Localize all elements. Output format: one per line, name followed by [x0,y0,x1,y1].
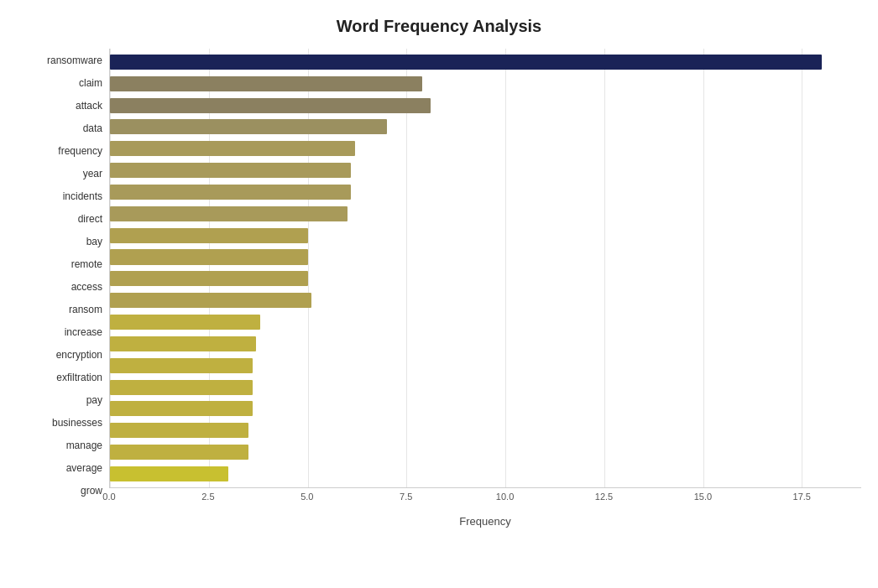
bar [110,380,253,395]
bar-row [110,181,861,203]
bar-row [110,268,861,289]
bar-row [110,51,861,73]
bar [110,466,228,481]
y-label: encryption [17,350,109,360]
y-label: frequency [17,146,109,156]
y-label: year [17,169,109,179]
bar [110,249,308,264]
bar-row [110,159,861,181]
bars-wrapper [110,49,861,487]
bar-row [110,225,861,247]
bar [110,76,422,91]
y-label: remote [17,259,109,269]
bars-container [109,49,861,488]
bar-row [110,355,861,377]
y-label: manage [17,440,109,450]
x-tick: 17.5 [793,492,811,502]
y-label: increase [17,327,109,337]
bar [110,315,260,330]
bar-row [110,138,861,159]
y-label: grow [17,486,109,496]
bar [110,206,348,221]
bar [110,98,431,113]
bar-row [110,419,861,441]
bar-row [110,289,861,311]
x-axis-area: 0.02.55.07.510.012.515.017.5 [109,488,861,513]
bar-row [110,333,861,355]
bar [110,163,351,178]
x-tick: 10.0 [496,492,514,502]
x-axis-labels: 0.02.55.07.510.012.515.017.5 [109,488,861,513]
y-label: data [17,123,109,133]
bar-row [110,377,861,398]
bar-row [110,247,861,268]
bar-row [110,441,861,463]
y-label: incidents [17,191,109,201]
y-label: direct [17,214,109,224]
bar-row [110,311,861,333]
y-label: attack [17,101,109,111]
bar [110,445,248,460]
y-label: pay [17,395,109,405]
x-tick: 5.0 [301,492,313,502]
chart-area: ransomwareclaimattackdatafrequencyyearin… [17,49,861,528]
y-label: claim [17,78,109,88]
bar [110,423,248,438]
y-label: ransom [17,304,109,315]
y-label: bay [17,237,109,247]
chart-title: Word Frequency Analysis [17,17,861,36]
plot-area: 0.02.55.07.510.012.515.017.5 Frequency [109,49,861,528]
y-label: access [17,282,109,292]
x-tick: 7.5 [400,492,412,502]
bar [110,228,308,243]
x-tick: 2.5 [201,492,214,502]
bar [110,141,355,156]
y-label: ransomware [17,55,109,65]
bar-row [110,73,861,95]
bar [110,358,253,373]
y-labels: ransomwareclaimattackdatafrequencyyearin… [17,49,109,528]
y-label: average [17,463,109,473]
bar-row [110,203,861,225]
bar-row [110,463,861,485]
chart-container: Word Frequency Analysis ransomwareclaima… [0,0,878,588]
bar-row [110,95,861,117]
y-label: businesses [17,418,109,428]
bar-row [110,117,861,138]
x-axis-title: Frequency [109,515,861,528]
bar [110,119,387,134]
bar [110,55,822,70]
bar [110,185,351,200]
x-tick: 12.5 [595,492,613,502]
y-label: exfiltration [17,372,109,382]
bar [110,271,308,286]
bar [110,293,311,308]
x-tick: 15.0 [694,492,712,502]
bar-row [110,398,861,420]
bar [110,401,253,416]
x-tick: 0.0 [102,492,115,502]
bar [110,336,256,351]
